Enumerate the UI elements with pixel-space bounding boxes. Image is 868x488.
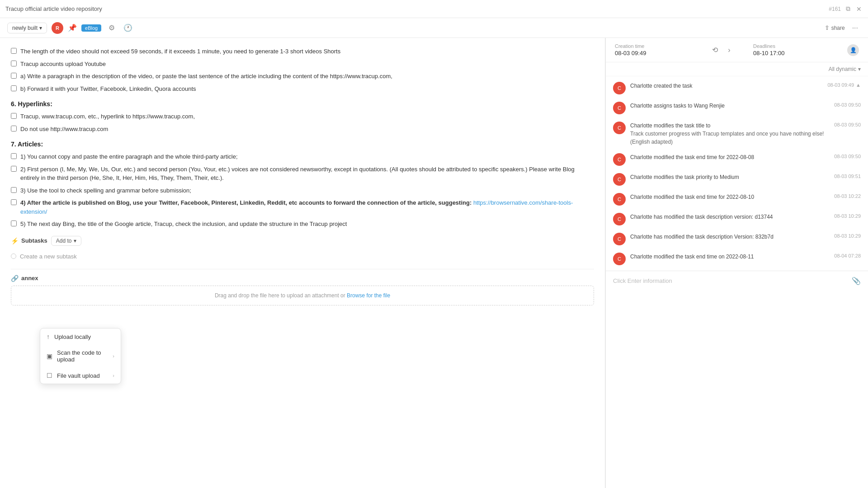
- checkbox-item: The length of the video should not excee…: [11, 47, 594, 56]
- more-button[interactable]: ···: [849, 23, 861, 33]
- window-controls: ⧉ ✕: [844, 5, 863, 13]
- dropdown-item-vault[interactable]: ☐ File vault upload ›: [40, 367, 121, 384]
- checkbox-7-3[interactable]: [11, 187, 17, 193]
- activity-avatar: C: [613, 82, 626, 94]
- filter-chevron-icon: ▾: [858, 66, 861, 72]
- checkbox-item: b) Forward it with your Twitter, Faceboo…: [11, 84, 594, 94]
- activity-list: CCharlotte created the task08-03 09:49▲C…: [606, 76, 868, 271]
- restore-icon[interactable]: ⧉: [844, 5, 852, 13]
- upload-label: Upload locally: [54, 333, 91, 340]
- checkbox-7-4[interactable]: [11, 199, 17, 205]
- dropdown-item-scan[interactable]: ▣ Scan the code to upload ›: [40, 345, 121, 367]
- activity-content: Charlotte modified the task end time for…: [630, 193, 830, 201]
- activity-avatar: C: [613, 213, 626, 225]
- upload-icon: ↑: [47, 333, 50, 340]
- expand-icon[interactable]: ▲: [856, 82, 861, 88]
- checkbox-6-1[interactable]: [11, 113, 17, 119]
- create-subtask[interactable]: Create a new subtask: [11, 251, 594, 262]
- checkbox-7-5[interactable]: [11, 221, 17, 226]
- activity-text: Charlotte created the task: [630, 82, 823, 90]
- creation-time-value: 08-03 09:49: [615, 50, 646, 56]
- activity-content: Charlotte modified the task end time on …: [630, 253, 830, 261]
- share-label: share: [831, 25, 845, 31]
- activity-content: Charlotte modifies the task priority to …: [630, 173, 830, 181]
- vault-label: File vault upload: [57, 372, 100, 379]
- activity-content: Charlotte modifies the task title toTrac…: [630, 122, 830, 146]
- user-avatar-right[interactable]: 👤: [847, 44, 859, 56]
- item-label-2: Tracup accounts upload Youtube: [20, 60, 106, 69]
- vault-icon: ☐: [47, 372, 52, 379]
- activity-item: CCharlotte has modified the task descrip…: [606, 209, 868, 229]
- activity-time: 08-03 10:22: [834, 193, 861, 199]
- enter-info-input[interactable]: [613, 277, 852, 284]
- activity-content: Charlotte assigns tasks to Wang Renjie: [630, 102, 830, 110]
- activity-content: Charlotte has modified the task descript…: [630, 213, 830, 221]
- dropdown-item-upload[interactable]: ↑ Upload locally: [40, 328, 121, 345]
- section7-header: 7. Articles:: [11, 141, 594, 148]
- checkbox-7-1[interactable]: [11, 153, 17, 159]
- checkbox-item: 3) Use the tool to check spelling and gr…: [11, 186, 594, 195]
- section5-items: The length of the video should not excee…: [11, 47, 594, 93]
- status-button[interactable]: newly built ▾: [7, 23, 47, 33]
- checkbox-3[interactable]: [11, 73, 17, 79]
- prev-time-button[interactable]: ⟲: [709, 44, 721, 56]
- subtasks-section: ⚡ Subtasks Add to ▾ Create a new subtask: [11, 236, 594, 262]
- titlebar: Tracup official article video repository…: [0, 0, 868, 18]
- attach-icon[interactable]: 📎: [852, 277, 861, 285]
- activity-item: CCharlotte modified the task end time fo…: [606, 189, 868, 209]
- main-layout: The length of the video should not excee…: [0, 38, 868, 488]
- subtasks-label: ⚡ Subtasks: [11, 237, 47, 244]
- add-to-button[interactable]: Add to ▾: [51, 236, 81, 246]
- browse-link[interactable]: Browse for the file: [347, 292, 390, 299]
- deadlines-value: 08-10 17:00: [753, 50, 784, 56]
- clock-icon[interactable]: 🕐: [122, 22, 134, 34]
- item-bold-4: 4) After the article is published on Blo…: [20, 199, 473, 206]
- activity-avatar: C: [613, 253, 626, 265]
- item-label-3: a) Write a paragraph in the description …: [20, 72, 392, 81]
- checkbox-item: a) Write a paragraph in the description …: [11, 72, 594, 81]
- activity-subtext: Track customer progress with Tracup temp…: [630, 130, 830, 146]
- checkbox-4[interactable]: [11, 85, 17, 91]
- activity-header: All dynamic ▾: [606, 62, 868, 76]
- right-panel: Creation time 08-03 09:49 ⟲ › Deadlines …: [606, 38, 868, 488]
- item-label-1: The length of the video should not excee…: [20, 47, 340, 56]
- activity-text: Charlotte modifies the task title to: [630, 122, 830, 130]
- item-label-4: b) Forward it with your Twitter, Faceboo…: [20, 84, 196, 94]
- checkbox-item: Tracup accounts upload Youtube: [11, 60, 594, 69]
- eblog-badge[interactable]: eBlog: [81, 24, 101, 32]
- checkbox-7-2[interactable]: [11, 166, 17, 172]
- item-label-7-3: 3) Use the tool to check spelling and gr…: [20, 186, 191, 195]
- pin-icon[interactable]: 📌: [68, 23, 77, 32]
- item-label-7-2: 2) First person (I, Me, My, We, Us, Our,…: [20, 165, 594, 183]
- activity-time: 08-03 09:51: [834, 173, 861, 179]
- annex-section: 🔗 annex Drag and drop the file here to u…: [11, 269, 594, 305]
- checkbox-2[interactable]: [11, 61, 17, 66]
- checkbox-1[interactable]: [11, 48, 17, 54]
- creation-time-group: Creation time 08-03 09:49: [615, 43, 646, 56]
- close-icon[interactable]: ✕: [855, 5, 863, 13]
- section6-header: 6. Hyperlinks:: [11, 100, 594, 108]
- checkbox-item: 4) After the article is published on Blo…: [11, 198, 594, 216]
- vault-arrow-icon: ›: [113, 373, 114, 378]
- activity-time: 08-03 09:50: [834, 102, 861, 108]
- activity-time: 08-04 07:28: [834, 253, 861, 258]
- task-meta: Creation time 08-03 09:49 ⟲ › Deadlines …: [606, 38, 868, 62]
- share-button[interactable]: ⇧ share: [825, 24, 845, 31]
- scan-label: Scan the code to upload: [57, 349, 108, 363]
- dropdown-menu: ↑ Upload locally ▣ Scan the code to uplo…: [40, 328, 121, 384]
- checkbox-item: 1) You cannot copy and paste the entire …: [11, 152, 594, 161]
- item-label-6-2: Do not use http://www.tracup.com: [20, 125, 108, 134]
- activity-content: Charlotte has modified the task descript…: [630, 233, 830, 241]
- activity-filter[interactable]: All dynamic ▾: [829, 66, 861, 72]
- avatar[interactable]: R: [52, 22, 63, 34]
- drop-zone: Drag and drop the file here to upload an…: [11, 286, 594, 305]
- activity-item: CCharlotte modified the task end time on…: [606, 249, 868, 269]
- activity-time: 08-03 09:50: [834, 122, 861, 127]
- item-label-6-1: Tracup, www.tracup.com, etc., hyperlink …: [20, 112, 195, 121]
- next-time-button[interactable]: ›: [723, 44, 735, 56]
- settings-icon[interactable]: ⚙: [106, 22, 118, 34]
- checkbox-item: Tracup, www.tracup.com, etc., hyperlink …: [11, 112, 594, 121]
- subtask-dot-icon: [11, 253, 16, 259]
- activity-item: CCharlotte modifies the task priority to…: [606, 169, 868, 189]
- checkbox-6-2[interactable]: [11, 126, 17, 131]
